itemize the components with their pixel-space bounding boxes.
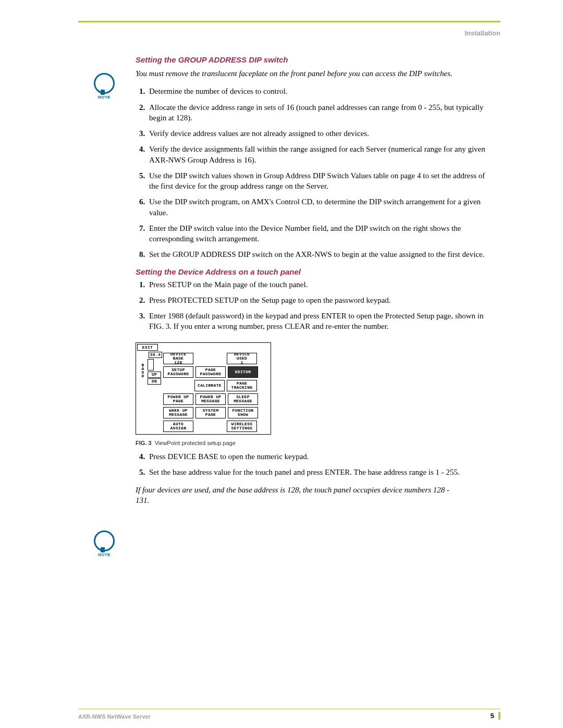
note-text-1: You must remove the translucent faceplat…	[136, 68, 495, 79]
step-item: Enter 1988 (default password) in the key…	[147, 311, 495, 332]
step-item: Verify the device assignments fall withi…	[147, 144, 495, 165]
steps-list-2a: Press SETUP on the Main page of the touc…	[136, 279, 495, 332]
note-icon: NOTE	[89, 530, 120, 557]
lightbulb-icon	[94, 73, 115, 94]
figure-touchpanel: EXIT 38.4 B A U D UP DN	[136, 342, 271, 435]
tp-sleep-message: SLEEPMESSAGE	[228, 393, 258, 405]
note-icon: NOTE	[89, 73, 120, 100]
step-item: Press DEVICE BASE to open the numeric ke…	[147, 451, 495, 462]
tp-editor: EDITOR	[228, 366, 258, 378]
footer-rule	[78, 709, 500, 710]
tp-setup-password: SETUPPASSWORD	[163, 366, 193, 378]
tp-dn-button: DN	[148, 378, 161, 385]
note-text-2: If four devices are used, and the base a…	[136, 485, 495, 506]
steps-list-1: Determine the number of devices to contr…	[136, 86, 495, 260]
tp-up-button: UP	[148, 372, 161, 378]
step-item: Determine the number of devices to contr…	[147, 86, 495, 96]
step-item: Allocate the device address range in set…	[147, 102, 495, 124]
tp-device-used: DEVICE USED1	[227, 353, 257, 364]
step-item: Use the DIP switch values shown in Group…	[147, 170, 495, 192]
footer-page-number: 5	[491, 712, 500, 720]
tp-calibrate: CALIBRATE	[194, 380, 225, 391]
tp-wake-up-message: WAKE UPMESSAGE	[163, 407, 193, 418]
steps-list-2b: Press DEVICE BASE to open the numeric ke…	[136, 451, 495, 478]
step-item: Use the DIP switch program, on AMX's Con…	[147, 196, 495, 218]
content: Setting the GROUP ADDRESS DIP switch NOT…	[136, 55, 495, 506]
step-item: Press SETUP on the Main page of the touc…	[147, 279, 495, 290]
tp-baud-rate: 38.4	[149, 352, 162, 358]
step-item: Set the GROUP ADDRESS DIP switch on the …	[147, 249, 495, 260]
note-label: NOTE	[89, 552, 120, 557]
page: Installation Setting the GROUP ADDRESS D…	[0, 0, 563, 728]
tp-function-show: FUNCTIONSHOW	[228, 407, 258, 418]
tp-device-base: DEVICE BASE128	[163, 353, 193, 364]
tp-baud-bar	[148, 359, 154, 371]
header-rule	[78, 21, 500, 22]
note-label: NOTE	[89, 95, 120, 100]
tp-power-up-page: POWER UPPAGE	[163, 393, 193, 405]
tp-page-password: PAGEPASSWORD	[195, 366, 226, 378]
tp-baud-label: B A U D	[140, 358, 145, 385]
tp-page-tracking: PAGETRACKING	[227, 380, 257, 391]
section-title-group-address: Setting the GROUP ADDRESS DIP switch	[136, 55, 495, 64]
step-item: Press PROTECTED SETUP on the Setup page …	[147, 295, 495, 305]
step-item: Set the base address value for the touch…	[147, 467, 495, 477]
step-item: Enter the DIP switch value into the Devi…	[147, 223, 495, 244]
tp-wireless-settings: WIRELESSSETTINGS	[227, 421, 257, 432]
header-section-label: Installation	[464, 29, 500, 37]
tp-system-page: SYSTEMPAGE	[195, 407, 226, 418]
footer-product: AXR-NWS NetWave Server	[78, 713, 151, 720]
figure-caption: FIG. 3 ViewPoint protected setup page	[136, 440, 495, 446]
tp-power-up-message: POWER UPMESSAGE	[195, 393, 226, 405]
lightbulb-icon	[94, 530, 115, 551]
tp-exit-button: EXIT	[137, 344, 158, 351]
step-item: Verify device address values are not alr…	[147, 128, 495, 139]
tp-button-grid: DEVICE BASE128 DEVICE USED1 SETUPPASSWOR…	[162, 352, 261, 433]
tp-auto-assign: AUTOASSIGN	[163, 421, 193, 432]
section-title-device-address: Setting the Device Address on a touch pa…	[136, 267, 495, 276]
